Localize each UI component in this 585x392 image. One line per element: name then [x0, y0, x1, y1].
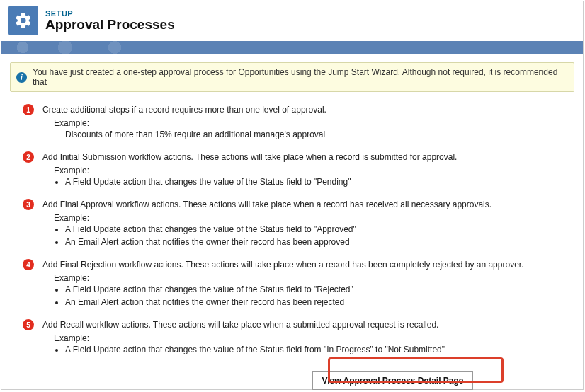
step-number-badge: 2: [23, 151, 34, 163]
step-3: 3 Add Final Approval workflow actions. T…: [23, 198, 564, 248]
gear-icon: [8, 6, 38, 35]
banner-text: You have just created a one-step approva…: [33, 67, 568, 87]
decor-band: [1, 41, 583, 54]
example-bullet: A Field Update action that changes the v…: [65, 175, 564, 188]
step-number-badge: 3: [23, 199, 34, 210]
step-5: 5 Add Recall workflow actions. These act…: [23, 318, 564, 356]
info-banner: i You have just created a one-step appro…: [10, 62, 574, 92]
steps-container: 1 Create additional steps if a record re…: [1, 96, 583, 390]
step-title: Add Recall workflow actions. These actio…: [42, 318, 564, 331]
example-bullet: An Email Alert action that notifies the …: [65, 296, 564, 309]
example-bullet: A Field Update action that changes the v…: [65, 283, 564, 296]
step-title: Create additional steps if a record requ…: [42, 103, 564, 116]
step-title: Add Final Rejection workflow actions. Th…: [42, 258, 564, 271]
step-4: 4 Add Final Rejection workflow actions. …: [23, 258, 564, 309]
view-detail-page-button[interactable]: View Approval Process Detail Page: [312, 371, 472, 390]
step-number-badge: 1: [23, 104, 34, 115]
info-icon: i: [16, 72, 27, 83]
example-bullet: An Email Alert action that notifies the …: [65, 236, 564, 248]
example-label: Example:: [54, 213, 564, 223]
page-title: Approval Processes: [45, 17, 175, 33]
step-title: Add Final Approval workflow actions. The…: [42, 198, 564, 211]
step-2: 2 Add Initial Submission workflow action…: [23, 151, 564, 188]
step-1: 1 Create additional steps if a record re…: [23, 103, 564, 141]
step-number-badge: 4: [23, 259, 34, 270]
step-title: Add Initial Submission workflow actions.…: [42, 151, 564, 163]
example-bullet: A Field Update action that changes the v…: [65, 343, 564, 356]
example-bullet: A Field Update action that changes the v…: [65, 223, 564, 236]
example-label: Example:: [54, 273, 564, 283]
example-label: Example:: [54, 118, 564, 128]
example-label: Example:: [54, 166, 564, 175]
example-label: Example:: [54, 333, 564, 343]
example-text: Discounts of more than 15% require an ad…: [65, 128, 564, 141]
page-header: SETUP Approval Processes: [1, 1, 583, 41]
step-number-badge: 5: [23, 319, 34, 330]
